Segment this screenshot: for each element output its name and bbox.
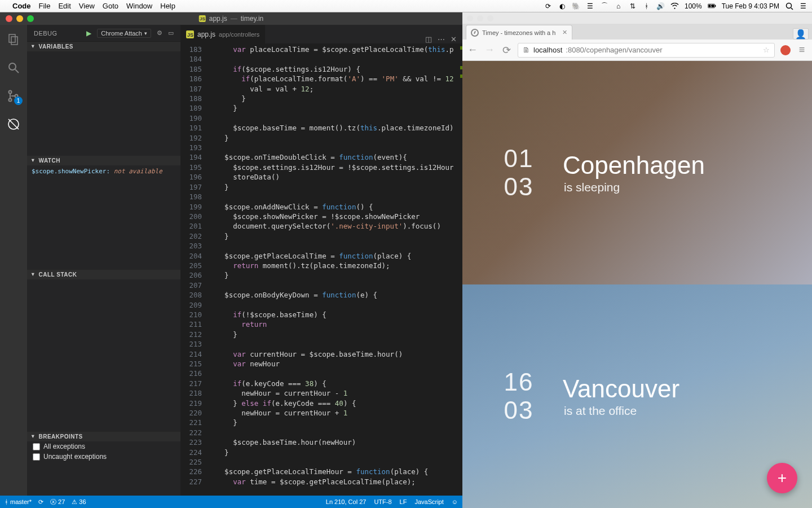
site-info-icon[interactable]: 🗎 (523, 46, 530, 54)
timezone-pane[interactable]: 16 03 Vancouver is at the office (462, 284, 812, 508)
tab-close-icon[interactable]: ✕ (562, 29, 567, 36)
menubar-extra-icon[interactable]: ☰ (586, 2, 594, 10)
svg-point-8 (9, 63, 16, 70)
reload-button[interactable]: ⟳ (501, 44, 512, 56)
window-close-button[interactable] (6, 15, 12, 22)
notification-center-icon[interactable]: ☰ (799, 2, 807, 10)
svg-point-0 (674, 7, 675, 8)
watch-section: $scope.showNewPicker: not available (27, 165, 180, 270)
split-editor-icon[interactable]: ◫ (425, 35, 432, 43)
vscode-window: JS app.js — timey.in 1 (0, 12, 462, 508)
timezone-pane[interactable]: 01 03 Copenhagen is sleeping (462, 61, 812, 284)
menu-edit[interactable]: Edit (58, 2, 70, 10)
vscode-titlebar[interactable]: JS app.js — timey.in (0, 12, 462, 25)
errors-count[interactable]: ⓧ 27 (50, 498, 65, 506)
menu-help[interactable]: Help (160, 2, 175, 10)
city-status: is at the office (564, 404, 679, 418)
eol[interactable]: LF (400, 498, 407, 505)
chrome-window: Timey - timezones with a h ✕ 👤 ← → ⟳ 🗎 l… (462, 12, 812, 508)
battery-percent: 100% (685, 2, 702, 10)
window-minimize-button[interactable] (477, 15, 483, 21)
watch-expression[interactable]: $scope.showNewPicker: not available (32, 168, 176, 175)
search-icon[interactable] (6, 60, 21, 76)
svg-line-5 (791, 8, 793, 10)
start-debug-button[interactable]: ▶ (86, 29, 91, 37)
tab-path: app/controllers (219, 31, 259, 38)
editor-area: JS app.js app/controllers ◫ ⋯ ✕ 183 184 … (180, 25, 462, 496)
wifi-icon[interactable] (670, 2, 679, 10)
debug-sidebar: DEBUG ▶ Chrome Attach▾ ⚙ ▭ VARIABLES WAT… (27, 25, 180, 496)
back-button[interactable]: ← (467, 44, 478, 56)
editor-tab[interactable]: JS app.js app/controllers (180, 25, 265, 43)
breakpoints-section-header[interactable]: BREAKPOINTS (27, 432, 180, 441)
svg-line-9 (15, 69, 19, 73)
menu-file[interactable]: File (39, 2, 51, 10)
bluetooth-icon[interactable]: ᚼ (642, 2, 651, 10)
evernote-icon[interactable]: 🐘 (572, 2, 580, 10)
debug-console-icon[interactable]: ▭ (168, 29, 174, 37)
variables-section (27, 51, 180, 156)
title-filename: app.js (209, 15, 227, 23)
title-project: timey.in (241, 15, 263, 23)
menu-view[interactable]: View (79, 2, 95, 10)
encoding[interactable]: UTF-8 (374, 498, 391, 505)
spotlight-icon[interactable] (785, 2, 793, 10)
extension-icon[interactable] (780, 45, 791, 55)
status-bar: ᚼ master* ⟳ ⓧ 27 ⚠ 36 Ln 210, Col 27 UTF… (0, 496, 462, 508)
menu-window[interactable]: Window (126, 2, 152, 10)
window-zoom-button[interactable] (27, 15, 34, 22)
cursor-position[interactable]: Ln 210, Col 27 (326, 498, 367, 505)
chrome-toolbar: ← → ⟳ 🗎 localhost:8080/copenhagen/vancou… (462, 40, 812, 61)
breakpoint-all-exceptions[interactable]: All exceptions (27, 441, 180, 452)
macos-menubar: Code File Edit View Goto Window Help ⟳ ◐… (0, 0, 812, 12)
js-file-icon: JS (186, 30, 194, 38)
clock-time: 01 03 (485, 144, 553, 201)
volume-icon[interactable]: 🔊 (656, 2, 665, 10)
source-control-icon[interactable]: 1 (6, 88, 21, 104)
breakpoint-uncaught-exceptions[interactable]: Uncaught exceptions (27, 452, 180, 462)
debug-panel-title: DEBUG (34, 30, 58, 37)
warnings-count[interactable]: ⚠ 36 (72, 498, 86, 506)
menu-goto[interactable]: Goto (103, 2, 118, 10)
forward-button[interactable]: → (484, 44, 495, 56)
bookmark-star-icon[interactable]: ☆ (763, 46, 770, 54)
clock-time: 16 03 (485, 368, 553, 424)
window-minimize-button[interactable] (16, 15, 23, 22)
variables-section-header[interactable]: VARIABLES (27, 42, 180, 51)
minimap[interactable] (453, 43, 462, 496)
explorer-icon[interactable] (6, 32, 21, 47)
browser-tab[interactable]: Timey - timezones with a h ✕ (466, 25, 572, 40)
sync-icon[interactable]: ⇅ (628, 2, 637, 10)
debug-icon[interactable] (6, 116, 21, 132)
tab-title: Timey - timezones with a h (482, 29, 555, 36)
dropbox-icon[interactable]: ⌂ (614, 2, 623, 10)
more-actions-icon[interactable]: ⋯ (438, 35, 445, 43)
feedback-icon[interactable]: ☺ (452, 498, 458, 505)
git-branch[interactable]: ᚼ master* (5, 498, 32, 505)
debug-config-select[interactable]: Chrome Attach▾ (97, 29, 151, 38)
code-editor[interactable]: 183 184 185 186 187 188 189 190 191 192 … (180, 43, 462, 496)
callstack-section-header[interactable]: CALL STACK (27, 270, 180, 279)
favicon-icon (471, 29, 479, 37)
add-city-button[interactable]: + (767, 463, 797, 493)
language-mode[interactable]: JavaScript (414, 498, 443, 505)
profile-avatar[interactable]: 👤 (793, 28, 809, 40)
sync-icon[interactable]: ⟳ (38, 498, 43, 506)
window-zoom-button[interactable] (487, 15, 493, 21)
code-content[interactable]: var placeLocalTime = $scope.getPlaceLoca… (208, 43, 453, 496)
menubar-extra-icon[interactable]: ⟳ (544, 2, 552, 10)
address-bar[interactable]: 🗎 localhost:8080/copenhagen/vancouver ☆ (518, 43, 775, 58)
app-menu[interactable]: Code (12, 2, 31, 10)
line-number-gutter: 183 184 185 186 187 188 189 190 191 192 … (180, 43, 208, 496)
svg-rect-2 (715, 5, 716, 7)
menubar-extra-icon[interactable]: ⌒ (600, 2, 608, 10)
chrome-menu-icon[interactable]: ≡ (796, 44, 807, 56)
battery-icon[interactable] (708, 2, 716, 10)
city-name: Copenhagen (563, 151, 705, 179)
watch-section-header[interactable]: WATCH (27, 156, 180, 165)
clock[interactable]: Tue Feb 9 4:03 PM (722, 2, 779, 10)
window-close-button[interactable] (467, 15, 473, 21)
menubar-extra-icon[interactable]: ◐ (558, 2, 566, 10)
debug-settings-icon[interactable]: ⚙ (157, 29, 162, 37)
close-editor-icon[interactable]: ✕ (451, 35, 457, 43)
